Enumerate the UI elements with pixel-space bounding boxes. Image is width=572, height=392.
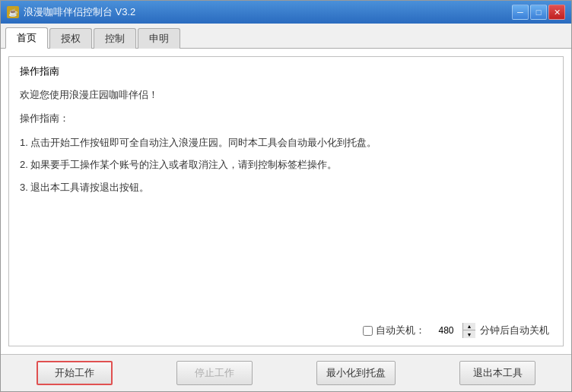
close-button[interactable]: ✕ (548, 5, 565, 20)
app-icon: ☕ (7, 6, 19, 18)
minutes-input[interactable] (430, 323, 463, 338)
instructions-label: 操作指南： (20, 109, 552, 127)
maximize-button[interactable]: □ (530, 5, 547, 20)
start-button[interactable]: 开始工作 (37, 361, 113, 385)
auto-shutdown-suffix: 分钟后自动关机 (480, 324, 549, 337)
minutes-spinner[interactable]: ▲ ▼ (430, 323, 475, 338)
window-title: 浪漫咖啡伴侣控制台 V3.2 (24, 5, 135, 19)
minimize-tray-button[interactable]: 最小化到托盘 (316, 361, 396, 385)
tabs-bar: 首页 授权 控制 申明 (1, 24, 571, 49)
content-panel: 操作指南 欢迎您使用浪漫庄园咖啡伴侣！ 操作指南： 1. 点击开始工作按钮即可全… (8, 56, 564, 346)
instruction-item-2: 2. 如果要手工操作某个账号的注入或者取消注入，请到控制标签栏操作。 (20, 156, 552, 173)
tab-statement[interactable]: 申明 (138, 28, 180, 49)
title-bar-left: ☕ 浪漫咖啡伴侣控制台 V3.2 (7, 5, 135, 19)
welcome-text: 欢迎您使用浪漫庄园咖啡伴侣！ (20, 86, 552, 103)
exit-button[interactable]: 退出本工具 (459, 361, 535, 385)
instruction-item-3: 3. 退出本工具请按退出按钮。 (20, 179, 552, 196)
spin-buttons: ▲ ▼ (463, 323, 475, 338)
tab-home[interactable]: 首页 (5, 27, 48, 49)
minimize-button[interactable]: ─ (512, 5, 529, 20)
bottom-bar: 开始工作 停止工作 最小化到托盘 退出本工具 (1, 354, 571, 391)
instruction-item-1: 1. 点击开始工作按钮即可全自动注入浪漫庄园。同时本工具会自动最小化到托盘。 (20, 134, 552, 151)
instruction-text: 欢迎您使用浪漫庄园咖啡伴侣！ 操作指南： 1. 点击开始工作按钮即可全自动注入浪… (20, 86, 552, 315)
tab-control[interactable]: 控制 (94, 28, 136, 49)
spin-down-button[interactable]: ▼ (463, 330, 475, 338)
content-area: 操作指南 欢迎您使用浪漫庄园咖啡伴侣！ 操作指南： 1. 点击开始工作按钮即可全… (1, 49, 571, 354)
main-window: ☕ 浪漫咖啡伴侣控制台 V3.2 ─ □ ✕ 首页 授权 控制 申明 操作指南 … (0, 0, 572, 392)
auto-shutdown-row: 自动关机： ▲ ▼ 分钟后自动关机 (20, 323, 552, 338)
stop-button[interactable]: 停止工作 (176, 361, 253, 385)
tab-auth[interactable]: 授权 (49, 28, 92, 49)
auto-shutdown-label: 自动关机： (363, 324, 425, 337)
panel-title: 操作指南 (20, 65, 552, 78)
title-bar-buttons: ─ □ ✕ (512, 5, 565, 20)
title-bar: ☕ 浪漫咖啡伴侣控制台 V3.2 ─ □ ✕ (1, 1, 571, 24)
spin-up-button[interactable]: ▲ (463, 323, 475, 330)
auto-shutdown-checkbox[interactable] (363, 326, 373, 336)
